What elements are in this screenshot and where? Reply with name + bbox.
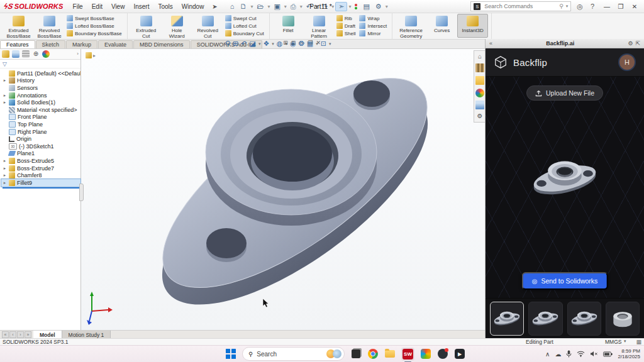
microphone-icon[interactable] (566, 350, 572, 358)
revolved-cut-button[interactable]: RevolvedCut (192, 14, 223, 38)
extruded-boss-button[interactable]: ExtrudedBoss/Base (3, 14, 34, 38)
tree-item-sensors[interactable]: Sensors (1, 84, 80, 92)
tree-item-history[interactable]: ▸History (1, 77, 80, 85)
undo-icon[interactable]: ↶ (304, 3, 314, 11)
rib-button[interactable]: Rib (336, 14, 356, 22)
zoom-to-area-icon[interactable]: ⊞ (233, 40, 238, 48)
taskbar-clock[interactable]: 8:59 PM 2/18/2025 (618, 348, 640, 359)
backflip-3d-viewer[interactable]: Upload New File ◎ Send to Solidwor (486, 77, 644, 298)
tree-item-solid-bodies[interactable]: ▸Solid Bodies(1) (1, 99, 80, 106)
collapse-panel-icon[interactable]: « (488, 40, 494, 47)
menu-pin-icon[interactable]: ➤ (208, 3, 221, 10)
taskbar-search[interactable]: ⚲ Search (242, 347, 345, 361)
solidworks-taskbar-button[interactable]: SW (401, 348, 414, 361)
tree-item-origin[interactable]: Origin (1, 135, 80, 143)
tree-item-annotations[interactable]: ▸Annotations (1, 92, 80, 99)
send-to-solidworks-button[interactable]: ◎ Send to Solidworks (522, 272, 608, 290)
tree-item-boss-extrude7[interactable]: ▸Boss-Extrude7 (1, 165, 80, 172)
user-avatar[interactable]: H (618, 53, 636, 71)
restore-button[interactable]: ❐ (614, 2, 628, 11)
upload-new-file-button[interactable]: Upload New File (526, 85, 603, 101)
doc-close-icon[interactable]: ✕ (316, 40, 321, 46)
linear-pattern-button[interactable]: LinearPattern (304, 14, 335, 38)
home-tab-icon[interactable]: ⌂ (475, 52, 484, 61)
display-style-icon[interactable]: ◍ (277, 40, 283, 48)
doc-cascade-icon[interactable]: ⊡ (291, 40, 296, 46)
rollback-bar[interactable] (3, 187, 79, 189)
design-library-icon[interactable] (475, 63, 484, 72)
chrome-button[interactable] (367, 348, 379, 359)
lofted-cut-button[interactable]: Lofted Cut (225, 22, 264, 30)
tab-mbd-dimensions[interactable]: MBD Dimensions (133, 40, 190, 48)
search-icon[interactable]: ⚲ (559, 3, 564, 9)
tray-chevron-icon[interactable]: ∧ (545, 351, 550, 358)
mirror-button[interactable]: Mirror (359, 30, 387, 37)
fillet-button[interactable]: Fillet (273, 14, 304, 38)
units-caret-icon[interactable]: ▾ (624, 339, 626, 344)
open-icon[interactable]: 🗁 (254, 3, 266, 10)
menu-file[interactable]: File (69, 3, 87, 10)
doc-minimize-icon[interactable]: — (299, 40, 304, 46)
dark-app-button[interactable] (437, 348, 448, 359)
revolved-boss-button[interactable]: RevolvedBoss/Base (34, 14, 65, 38)
view-orientation-icon[interactable]: ❖ (263, 40, 269, 48)
zoom-to-fit-icon[interactable]: ⚲ (225, 40, 230, 48)
property-manager-icon[interactable] (12, 50, 19, 58)
tree-item-chamfer8[interactable]: ▸Chamfer8 (1, 172, 80, 179)
home-icon[interactable]: ⌂ (228, 3, 237, 10)
lofted-boss-button[interactable]: Lofted Boss/Base (67, 22, 122, 30)
tree-item-material[interactable]: Material <not specified> (1, 106, 80, 114)
thumbnail-2[interactable] (528, 302, 562, 336)
thumbnail-4-cylinder[interactable] (606, 302, 640, 336)
intersect-button[interactable]: Intersect (359, 22, 387, 30)
login-icon[interactable]: ◎ (575, 3, 585, 11)
menu-insert[interactable]: Insert (129, 3, 153, 10)
redo-icon[interactable]: ↷ (319, 3, 330, 11)
start-button[interactable] (225, 348, 236, 359)
colorful-app-button[interactable] (420, 348, 431, 359)
dimxpert-manager-icon[interactable]: ⊕ (32, 50, 40, 57)
appearances-icon[interactable] (475, 89, 484, 97)
file-properties-icon[interactable]: ▤ (360, 3, 372, 11)
thumbnail-3[interactable] (567, 302, 601, 336)
tab-sketch[interactable]: Sketch (36, 40, 66, 48)
file-explorer-icon[interactable] (475, 76, 484, 85)
graphics-viewport[interactable]: ▸ (80, 48, 486, 331)
boundary-cut-button[interactable]: Boundary Cut (225, 30, 264, 37)
search-scope-icon[interactable]: S (474, 3, 480, 10)
tab-markup[interactable]: Markup (66, 40, 97, 48)
command-search[interactable]: S ⚲ ▾ (470, 1, 571, 11)
tree-item-top-plane[interactable]: Top Plane (1, 121, 80, 128)
section-view-icon[interactable]: ◪ (250, 40, 256, 48)
print-icon[interactable]: ⎙ (288, 3, 299, 11)
select-tool-icon[interactable]: ➣ (335, 2, 347, 11)
wifi-icon[interactable] (577, 351, 585, 357)
wrap-button[interactable]: Wrap (359, 14, 387, 22)
tree-item-boss-extrude5[interactable]: ▸Boss-Extrude5 (1, 157, 80, 165)
previous-view-icon[interactable]: ↶ (241, 40, 247, 48)
task-view-button[interactable] (350, 348, 362, 359)
doc-restore-icon[interactable]: ❐ (308, 40, 313, 46)
search-input[interactable] (483, 3, 557, 10)
status-tag-icon[interactable]: ▦ (636, 339, 641, 345)
panel-gear-icon[interactable]: ⚙ (626, 40, 634, 47)
instant3d-button[interactable]: Instant3D (457, 14, 488, 38)
display-manager-icon[interactable] (42, 50, 50, 58)
search-caret-icon[interactable]: ▾ (566, 4, 569, 9)
swept-cut-button[interactable]: Swept Cut (225, 14, 264, 22)
panel-splitter-handle[interactable] (79, 184, 84, 201)
battery-icon[interactable] (603, 351, 613, 357)
tree-item-fillet9[interactable]: ▸Fillet9 (1, 179, 80, 187)
featuremanager-tree-icon[interactable] (2, 50, 9, 58)
new-document-icon[interactable]: 🗋 (237, 3, 249, 10)
part-3d-model[interactable] (80, 48, 486, 331)
tab-evaluate[interactable]: Evaluate (98, 40, 133, 48)
tree-item-front-plane[interactable]: Front Plane (1, 114, 80, 121)
tree-expand-icon[interactable]: › (77, 51, 79, 57)
speaker-muted-icon[interactable] (590, 351, 598, 357)
media-player-button[interactable]: ▶ (454, 348, 465, 359)
thumbnail-1-selected[interactable] (490, 302, 524, 336)
orientation-caret-icon[interactable]: ▾ (272, 40, 274, 48)
panel-pin-icon[interactable]: ⇱ (634, 40, 641, 47)
menu-tools[interactable]: Tools (153, 3, 177, 10)
